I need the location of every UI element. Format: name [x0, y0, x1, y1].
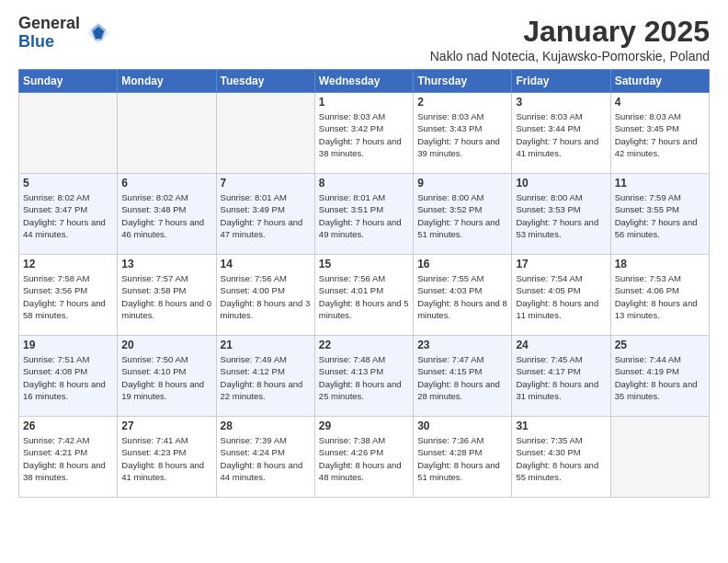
day-number: 23	[417, 339, 507, 351]
day-cell: 6Sunrise: 8:02 AM Sunset: 3:48 PM Daylig…	[118, 174, 216, 255]
day-number: 12	[23, 258, 113, 270]
day-cell	[610, 417, 709, 498]
day-number: 26	[23, 419, 113, 432]
day-info: Sunrise: 7:48 AM Sunset: 4:13 PM Dayligh…	[319, 353, 409, 402]
day-cell: 8Sunrise: 8:01 AM Sunset: 3:51 PM Daylig…	[314, 174, 413, 255]
day-number: 7	[221, 177, 311, 190]
day-info: Sunrise: 7:49 AM Sunset: 4:12 PM Dayligh…	[221, 353, 311, 402]
day-info: Sunrise: 7:57 AM Sunset: 3:58 PM Dayligh…	[121, 272, 211, 321]
day-cell: 1Sunrise: 8:03 AM Sunset: 3:42 PM Daylig…	[314, 93, 413, 174]
day-info: Sunrise: 8:03 AM Sunset: 3:44 PM Dayligh…	[516, 110, 606, 159]
day-number: 3	[516, 96, 606, 109]
day-number: 9	[417, 177, 507, 190]
week-row-2: 5Sunrise: 8:02 AM Sunset: 3:47 PM Daylig…	[19, 174, 710, 255]
day-info: Sunrise: 7:56 AM Sunset: 4:01 PM Dayligh…	[319, 272, 409, 321]
day-number: 31	[516, 419, 606, 432]
logo-icon	[85, 20, 111, 46]
day-cell: 18Sunrise: 7:53 AM Sunset: 4:06 PM Dayli…	[610, 255, 709, 336]
logo-general: General	[18, 15, 80, 33]
day-cell: 16Sunrise: 7:55 AM Sunset: 4:03 PM Dayli…	[414, 255, 512, 336]
day-number: 21	[221, 339, 311, 351]
day-info: Sunrise: 7:38 AM Sunset: 4:26 PM Dayligh…	[319, 434, 409, 483]
day-cell: 20Sunrise: 7:50 AM Sunset: 4:10 PM Dayli…	[118, 336, 216, 417]
day-number: 19	[23, 339, 113, 351]
day-number: 10	[516, 177, 606, 190]
day-header-monday: Monday	[118, 70, 216, 93]
title-area: January 2025 Naklo nad Notecia, Kujawsko…	[430, 15, 710, 63]
day-info: Sunrise: 8:00 AM Sunset: 3:52 PM Dayligh…	[417, 191, 507, 240]
day-cell	[216, 93, 314, 174]
day-info: Sunrise: 7:56 AM Sunset: 4:00 PM Dayligh…	[221, 272, 311, 321]
day-info: Sunrise: 8:03 AM Sunset: 3:43 PM Dayligh…	[417, 110, 507, 159]
day-number: 11	[615, 177, 705, 190]
logo: General Blue	[18, 15, 111, 52]
calendar-table: SundayMondayTuesdayWednesdayThursdayFrid…	[18, 69, 710, 498]
day-number: 2	[417, 96, 507, 109]
day-info: Sunrise: 7:59 AM Sunset: 3:55 PM Dayligh…	[615, 191, 705, 240]
day-cell: 23Sunrise: 7:47 AM Sunset: 4:15 PM Dayli…	[414, 336, 512, 417]
day-cell: 5Sunrise: 8:02 AM Sunset: 3:47 PM Daylig…	[19, 174, 118, 255]
day-cell: 21Sunrise: 7:49 AM Sunset: 4:12 PM Dayli…	[216, 336, 314, 417]
day-info: Sunrise: 7:42 AM Sunset: 4:21 PM Dayligh…	[23, 434, 113, 483]
day-number: 16	[417, 258, 507, 270]
days-of-week-row: SundayMondayTuesdayWednesdayThursdayFrid…	[19, 70, 710, 93]
day-cell: 22Sunrise: 7:48 AM Sunset: 4:13 PM Dayli…	[314, 336, 413, 417]
day-number: 22	[319, 339, 409, 351]
day-cell: 13Sunrise: 7:57 AM Sunset: 3:58 PM Dayli…	[118, 255, 216, 336]
day-cell: 15Sunrise: 7:56 AM Sunset: 4:01 PM Dayli…	[314, 255, 413, 336]
day-info: Sunrise: 7:50 AM Sunset: 4:10 PM Dayligh…	[121, 353, 211, 402]
day-header-saturday: Saturday	[610, 70, 709, 93]
day-cell: 2Sunrise: 8:03 AM Sunset: 3:43 PM Daylig…	[414, 93, 512, 174]
day-number: 14	[221, 258, 311, 270]
day-info: Sunrise: 8:02 AM Sunset: 3:47 PM Dayligh…	[23, 191, 113, 240]
day-info: Sunrise: 7:45 AM Sunset: 4:17 PM Dayligh…	[516, 353, 606, 402]
day-cell: 28Sunrise: 7:39 AM Sunset: 4:24 PM Dayli…	[216, 417, 314, 498]
week-row-3: 12Sunrise: 7:58 AM Sunset: 3:56 PM Dayli…	[19, 255, 710, 336]
day-header-thursday: Thursday	[414, 70, 512, 93]
calendar-header: SundayMondayTuesdayWednesdayThursdayFrid…	[19, 70, 710, 93]
day-number: 29	[319, 419, 409, 432]
day-info: Sunrise: 8:03 AM Sunset: 3:42 PM Dayligh…	[319, 110, 409, 159]
day-number: 1	[319, 96, 409, 109]
logo-text: General Blue	[18, 15, 80, 52]
day-info: Sunrise: 7:39 AM Sunset: 4:24 PM Dayligh…	[221, 434, 311, 483]
day-info: Sunrise: 8:01 AM Sunset: 3:49 PM Dayligh…	[221, 191, 311, 240]
day-info: Sunrise: 8:00 AM Sunset: 3:53 PM Dayligh…	[516, 191, 606, 240]
day-number: 15	[319, 258, 409, 270]
day-number: 25	[615, 339, 705, 351]
day-info: Sunrise: 8:03 AM Sunset: 3:45 PM Dayligh…	[615, 110, 705, 159]
day-cell: 10Sunrise: 8:00 AM Sunset: 3:53 PM Dayli…	[512, 174, 610, 255]
day-number: 28	[221, 419, 311, 432]
day-cell: 29Sunrise: 7:38 AM Sunset: 4:26 PM Dayli…	[314, 417, 413, 498]
subtitle: Naklo nad Notecia, Kujawsko-Pomorskie, P…	[430, 49, 710, 63]
day-cell: 3Sunrise: 8:03 AM Sunset: 3:44 PM Daylig…	[512, 93, 610, 174]
day-header-sunday: Sunday	[19, 70, 118, 93]
day-number: 27	[121, 419, 211, 432]
day-number: 13	[121, 258, 211, 270]
day-cell: 30Sunrise: 7:36 AM Sunset: 4:28 PM Dayli…	[414, 417, 512, 498]
day-cell: 27Sunrise: 7:41 AM Sunset: 4:23 PM Dayli…	[118, 417, 216, 498]
day-number: 17	[516, 258, 606, 270]
day-info: Sunrise: 7:36 AM Sunset: 4:28 PM Dayligh…	[417, 434, 507, 483]
day-number: 5	[23, 177, 113, 190]
day-header-friday: Friday	[512, 70, 610, 93]
day-info: Sunrise: 7:55 AM Sunset: 4:03 PM Dayligh…	[417, 272, 507, 321]
day-number: 4	[615, 96, 705, 109]
week-row-4: 19Sunrise: 7:51 AM Sunset: 4:08 PM Dayli…	[19, 336, 710, 417]
day-info: Sunrise: 7:51 AM Sunset: 4:08 PM Dayligh…	[23, 353, 113, 402]
week-row-5: 26Sunrise: 7:42 AM Sunset: 4:21 PM Dayli…	[19, 417, 710, 498]
day-number: 18	[615, 258, 705, 270]
day-cell: 14Sunrise: 7:56 AM Sunset: 4:00 PM Dayli…	[216, 255, 314, 336]
day-cell: 19Sunrise: 7:51 AM Sunset: 4:08 PM Dayli…	[19, 336, 118, 417]
day-cell: 17Sunrise: 7:54 AM Sunset: 4:05 PM Dayli…	[512, 255, 610, 336]
day-header-wednesday: Wednesday	[314, 70, 413, 93]
day-cell	[19, 93, 118, 174]
day-info: Sunrise: 7:44 AM Sunset: 4:19 PM Dayligh…	[615, 353, 705, 402]
day-info: Sunrise: 7:41 AM Sunset: 4:23 PM Dayligh…	[121, 434, 211, 483]
day-number: 24	[516, 339, 606, 351]
week-row-1: 1Sunrise: 8:03 AM Sunset: 3:42 PM Daylig…	[19, 93, 710, 174]
day-cell: 26Sunrise: 7:42 AM Sunset: 4:21 PM Dayli…	[19, 417, 118, 498]
header: General Blue January 2025 Naklo nad Note…	[18, 15, 710, 63]
day-number: 30	[417, 419, 507, 432]
day-header-tuesday: Tuesday	[216, 70, 314, 93]
